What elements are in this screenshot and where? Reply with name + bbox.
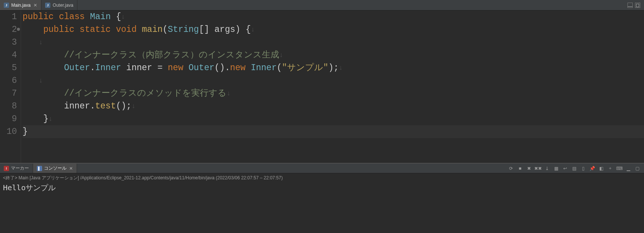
scroll-lock-icon[interactable]: ⤓ — [543, 165, 551, 172]
word-wrap-icon[interactable]: ↩ — [561, 165, 569, 172]
line-number: 1 — [0, 11, 17, 23]
editor-window-controls — [627, 3, 644, 8]
java-file-icon: J — [45, 3, 50, 8]
code-line[interactable]: public class Main {↓ — [23, 11, 644, 23]
code-line[interactable]: //インナークラスのメソッドを実行する↓ — [23, 87, 644, 100]
clear-console-icon[interactable]: ▯ — [579, 165, 587, 172]
override-marker-icon[interactable] — [17, 28, 20, 31]
minimize-editor-icon[interactable] — [627, 3, 633, 8]
code-line[interactable]: ↓ — [23, 74, 644, 87]
editor-tab-bar: JMain.java✕JOuter.java — [0, 0, 644, 11]
code-line[interactable]: Outer.Inner inner = new Outer().new Inne… — [23, 62, 644, 74]
java-file-icon: J — [4, 3, 9, 8]
code-line[interactable]: }↓ — [23, 113, 644, 125]
code-line[interactable]: } — [23, 125, 644, 138]
bottom-tab-console[interactable]: ▌コンソール✕ — [33, 164, 77, 173]
code-line[interactable]: //インナークラス（内部クラス）のインスタンス生成↓ — [23, 49, 644, 62]
refresh-icon[interactable]: ⟳ — [507, 165, 515, 172]
editor-tab-outer-java[interactable]: JOuter.java — [41, 0, 77, 10]
close-tab-icon[interactable]: ✕ — [33, 3, 37, 8]
line-number: 7 — [0, 87, 17, 100]
line-number: 3 — [0, 36, 17, 49]
code-line[interactable]: public static void main(String[] args) {… — [23, 23, 644, 36]
line-number: 8 — [0, 100, 17, 113]
bottom-panel: !マーカー▌コンソール✕ ⟳■✖✖✖⤓▦↩▤▯📌◧＋⌨▁▢ <終了> Main … — [0, 163, 644, 233]
new-console-icon[interactable]: ＋ — [606, 165, 614, 172]
stop-icon[interactable]: ■ — [516, 165, 524, 172]
pin-icon[interactable]: 📌 — [588, 165, 596, 172]
editor-tab-label: Outer.java — [53, 3, 73, 8]
editor-tab-main-java[interactable]: JMain.java✕ — [0, 0, 41, 10]
bottom-tab-markers[interactable]: !マーカー — [0, 164, 33, 173]
line-number: 4 — [0, 49, 17, 62]
line-number: 9 — [0, 113, 17, 125]
line-number: 2 — [0, 23, 17, 36]
display-selected-icon[interactable]: ◧ — [597, 165, 605, 172]
line-number: 6 — [0, 74, 17, 87]
code-line[interactable]: ↓ — [23, 36, 644, 49]
close-tab-icon[interactable]: ✕ — [69, 166, 73, 171]
console-output: Helloサンプル — [0, 182, 644, 194]
line-number-gutter: 12345678910 — [0, 11, 21, 163]
maximize-view-icon[interactable]: ▢ — [633, 165, 641, 172]
bottom-tab-label: コンソール — [44, 165, 67, 171]
show-console-icon[interactable]: ▦ — [552, 165, 560, 172]
code-content[interactable]: public class Main {↓ public static void … — [21, 11, 644, 163]
console-icon: ▌ — [37, 166, 42, 171]
code-editor[interactable]: 12345678910 public class Main {↓ public … — [0, 11, 644, 163]
bottom-tab-bar: !マーカー▌コンソール✕ ⟳■✖✖✖⤓▦↩▤▯📌◧＋⌨▁▢ — [0, 164, 644, 173]
code-line[interactable]: inner.test();↓ — [23, 100, 644, 113]
line-number: 10 — [0, 125, 17, 138]
line-number: 5 — [0, 62, 17, 74]
editor-tab-label: Main.java — [11, 3, 30, 8]
remove-icon[interactable]: ✖ — [525, 165, 533, 172]
markers-icon: ! — [4, 166, 9, 171]
console-status-line: <終了> Main [Java アプリケーション] /Applications/… — [0, 173, 644, 182]
console-toolbar: ⟳■✖✖✖⤓▦↩▤▯📌◧＋⌨▁▢ — [507, 165, 644, 172]
terminal-icon[interactable]: ⌨ — [615, 165, 623, 172]
minimize-view-icon[interactable]: ▁ — [624, 165, 632, 172]
open-console-icon[interactable]: ▤ — [570, 165, 578, 172]
remove-all-icon[interactable]: ✖✖ — [534, 165, 542, 172]
maximize-editor-icon[interactable] — [635, 3, 640, 8]
bottom-tab-label: マーカー — [11, 165, 29, 171]
